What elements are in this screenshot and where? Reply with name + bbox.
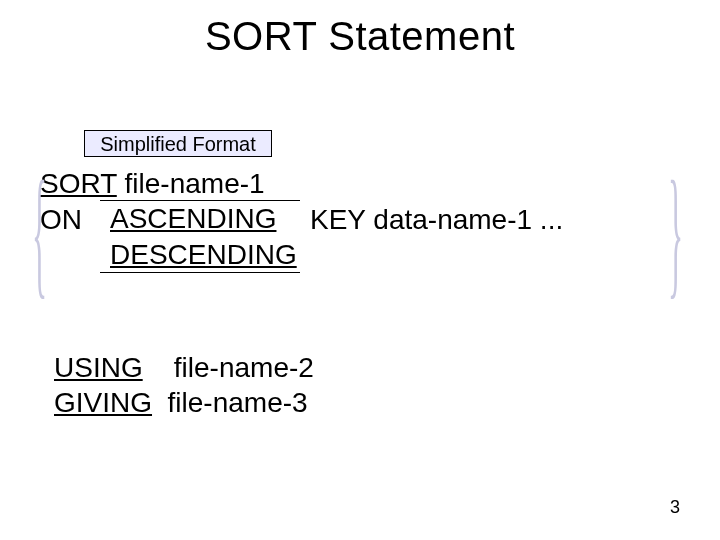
order-option-box: ASCENDING DESCENDING	[100, 200, 300, 273]
file-name-1: file-name-1	[125, 168, 265, 199]
giving-line: GIVING file-name-3	[54, 385, 314, 420]
right-brace-icon: }	[668, 149, 683, 314]
format-label-box: Simplified Format	[84, 130, 272, 157]
using-giving-block: USING file-name-2 GIVING file-name-3	[54, 350, 314, 420]
on-keyword: ON	[40, 204, 82, 236]
data-name-1: data-name-1	[373, 204, 532, 235]
page-title: SORT Statement	[0, 14, 720, 59]
file-name-3: file-name-3	[168, 387, 308, 418]
using-keyword: USING	[54, 352, 143, 383]
key-keyword: KEY	[310, 204, 366, 235]
page-number: 3	[670, 497, 680, 518]
giving-keyword: GIVING	[54, 387, 152, 418]
sort-syntax-block: SORT file-name-1	[40, 166, 265, 201]
sort-line-1: SORT file-name-1	[40, 166, 265, 201]
file-name-2: file-name-2	[174, 352, 314, 383]
ellipsis: ...	[540, 204, 563, 235]
key-clause: KEY data-name-1 ...	[310, 204, 563, 236]
descending-keyword: DESCENDING	[110, 239, 297, 270]
sort-keyword: SORT	[40, 168, 117, 199]
ascending-keyword: ASCENDING	[110, 203, 276, 234]
using-line: USING file-name-2	[54, 350, 314, 385]
